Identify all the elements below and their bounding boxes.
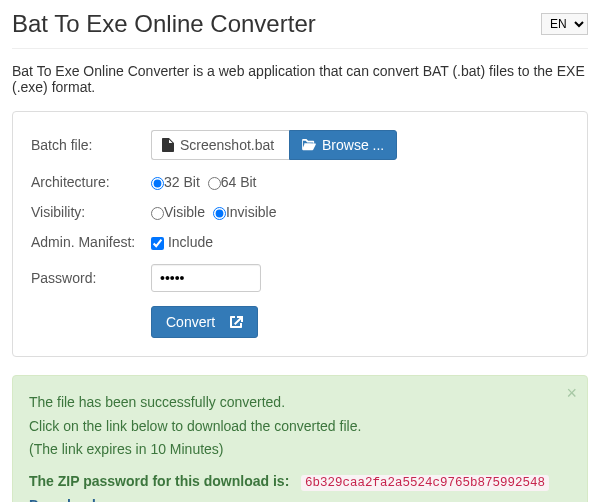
alert-password-line: The ZIP password for this download is: 6… xyxy=(29,471,555,493)
close-icon[interactable]: × xyxy=(566,384,577,402)
convert-label: Convert xyxy=(166,314,215,330)
visibility-invisible-radio[interactable] xyxy=(213,207,226,220)
page-title: Bat To Exe Online Converter xyxy=(12,10,316,38)
manifest-include-checkbox[interactable] xyxy=(151,237,164,250)
row-password: Password: xyxy=(31,264,569,292)
download-link[interactable]: Download xyxy=(29,495,96,502)
header: Bat To Exe Online Converter EN xyxy=(12,10,588,49)
password-input[interactable] xyxy=(151,264,261,292)
language-select[interactable]: EN xyxy=(541,13,588,35)
manifest-label: Admin. Manifest: xyxy=(31,234,151,250)
manifest-include-label: Include xyxy=(168,234,213,250)
file-name-text: Screenshot.bat xyxy=(180,137,274,153)
external-link-icon xyxy=(229,315,243,329)
browse-button[interactable]: Browse ... xyxy=(289,130,397,160)
alert-line-2: Click on the link below to download the … xyxy=(29,416,555,438)
file-input-group: Screenshot.bat Browse ... xyxy=(151,130,397,160)
row-convert: Convert xyxy=(31,306,569,338)
visibility-visible-label: Visible xyxy=(164,204,205,220)
visibility-label: Visibility: xyxy=(31,204,151,220)
row-visibility: Visibility: Visible Invisible xyxy=(31,204,569,220)
architecture-radios: 32 Bit 64 Bit xyxy=(151,174,261,190)
arch-64-label: 64 Bit xyxy=(221,174,257,190)
visibility-visible-radio[interactable] xyxy=(151,207,164,220)
arch-64-radio[interactable] xyxy=(208,177,221,190)
manifest-group: Include xyxy=(151,234,217,250)
alert-line-3: (The link expires in 10 Minutes) xyxy=(29,439,555,461)
file-name-display: Screenshot.bat xyxy=(151,130,289,160)
architecture-label: Architecture: xyxy=(31,174,151,190)
row-manifest: Admin. Manifest: Include xyxy=(31,234,569,250)
file-icon xyxy=(162,138,174,152)
visibility-radios: Visible Invisible xyxy=(151,204,280,220)
browse-label: Browse ... xyxy=(322,137,384,153)
success-alert: × The file has been successfully convert… xyxy=(12,375,588,502)
visibility-invisible-label: Invisible xyxy=(226,204,277,220)
convert-button[interactable]: Convert xyxy=(151,306,258,338)
description: Bat To Exe Online Converter is a web app… xyxy=(12,63,588,95)
batch-file-label: Batch file: xyxy=(31,137,151,153)
alert-password-label: The ZIP password for this download is: xyxy=(29,473,289,489)
row-architecture: Architecture: 32 Bit 64 Bit xyxy=(31,174,569,190)
arch-32-label: 32 Bit xyxy=(164,174,200,190)
alert-password-value: 6b329caa2fa2a5524c9765b875992548 xyxy=(301,475,549,491)
row-batch-file: Batch file: Screenshot.bat Browse ... xyxy=(31,130,569,160)
form-panel: Batch file: Screenshot.bat Browse ... Ar… xyxy=(12,111,588,357)
folder-open-icon xyxy=(302,139,316,151)
alert-line-1: The file has been successfully converted… xyxy=(29,392,555,414)
arch-32-radio[interactable] xyxy=(151,177,164,190)
password-label: Password: xyxy=(31,270,151,286)
